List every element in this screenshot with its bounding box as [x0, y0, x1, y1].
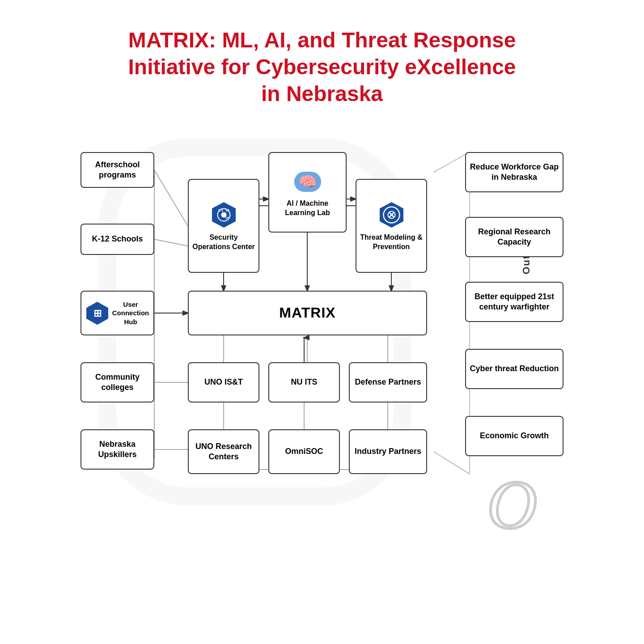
- box-uno-ist: UNO IS&T: [188, 362, 259, 402]
- box-omnisoc: OmniSOC: [268, 429, 340, 474]
- box-nebraska: Nebraska Upskillers: [80, 429, 154, 470]
- box-threat: ✕ Threat Modeling & Prevention: [356, 179, 427, 273]
- threat-icon: ✕: [377, 200, 406, 229]
- svg-text:05: 05: [225, 216, 229, 220]
- box-outcome-5: Economic Growth: [465, 416, 564, 456]
- box-uno-research: UNO Research Centers: [188, 429, 259, 474]
- svg-line-22: [434, 452, 470, 474]
- svg-line-21: [434, 152, 470, 172]
- aiml-icon: 🧠: [292, 167, 323, 196]
- page-title: MATRIX: ML, AI, and Threat Response Init…: [76, 27, 568, 107]
- box-outcome-2: Regional Research Capacity: [465, 217, 564, 257]
- box-outcome-1: Reduce Workforce Gap in Nebraska: [465, 152, 564, 192]
- box-outcome-3: Better equipped 21st century warfighter: [465, 282, 564, 322]
- svg-text:5.1: 5.1: [218, 208, 224, 212]
- soc-icon: 5.1 15 05: [209, 200, 238, 229]
- box-user-hub: ⊞ User Connection Hub: [80, 291, 154, 335]
- box-afterschool: Afterschool programs: [80, 152, 154, 188]
- diagram-area: Afterschool programs K-12 Schools ⊞ User…: [76, 130, 568, 541]
- box-soc: 5.1 15 05 Security Operations Center: [188, 179, 259, 273]
- user-hub-icon: ⊞: [85, 301, 110, 326]
- box-defense: Defense Partners: [349, 362, 427, 402]
- box-industry: Industry Partners: [349, 429, 427, 474]
- svg-text:O: O: [487, 470, 537, 537]
- box-nu-its: NU ITS: [268, 362, 340, 402]
- box-k12: K-12 Schools: [80, 224, 154, 255]
- box-community: Community colleges: [80, 362, 154, 402]
- box-outcome-4: Cyber threat Reduction: [465, 349, 564, 389]
- svg-text:15: 15: [225, 208, 229, 212]
- svg-text:🧠: 🧠: [299, 173, 317, 190]
- box-aiml: 🧠 AI / Machine Learning Lab: [268, 152, 347, 233]
- svg-text:⊞: ⊞: [93, 308, 102, 319]
- uno-logo: O: [483, 470, 541, 537]
- box-matrix: MATRIX: [188, 291, 427, 335]
